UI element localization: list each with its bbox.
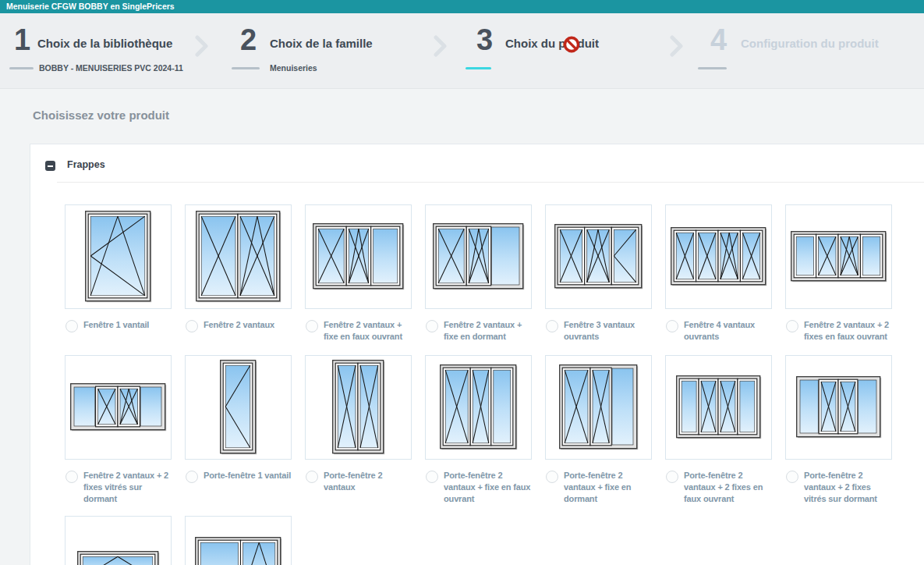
product-label[interactable]: Fenêtre 2 vantaux + 2 fixes vitrés sur d…	[83, 470, 172, 505]
product-label[interactable]: Fenêtre 2 vantaux + 2 fixes en faux ouvr…	[804, 319, 892, 343]
radio-button[interactable]	[65, 471, 78, 483]
window-illustration	[85, 211, 152, 303]
product-label[interactable]: Fenêtre 2 vantaux + fixe en dormant	[444, 319, 532, 343]
step-number: 1	[14, 24, 30, 55]
product-label[interactable]: Fenêtre 1 vantail	[83, 319, 172, 331]
no-drop-cursor-icon	[563, 36, 580, 53]
product-option: Porte-fenêtre 2 vantaux + fixe en faux o…	[425, 470, 532, 505]
step-title: Choix de la bibliothèque	[37, 37, 172, 50]
product-card[interactable]	[785, 204, 892, 309]
product-label[interactable]: Fenêtre 2 vantaux	[204, 319, 292, 331]
product-label[interactable]: Porte-fenêtre 2 vantaux + fixe en dorman…	[564, 470, 652, 505]
product-card[interactable]	[185, 355, 292, 460]
window-illustration	[77, 551, 160, 565]
radio-button[interactable]	[786, 320, 798, 332]
product-option: Fenêtre 4 vantaux ouvrants	[665, 319, 772, 343]
product-cell: Porte-fenêtre 2 vantaux + 2 fixes en fau…	[665, 355, 772, 505]
product-cell: Fenêtre 2 vantaux	[185, 204, 292, 343]
product-card[interactable]	[185, 516, 292, 565]
window-illustration	[796, 376, 882, 439]
window-illustration	[220, 360, 257, 455]
product-cell: Porte-fenêtre 2 vantaux + 2 fixes vitrés…	[785, 355, 892, 505]
product-card[interactable]	[665, 204, 772, 309]
product-label[interactable]: Fenêtre 4 vantaux ouvrants	[684, 319, 772, 343]
step-number: 2	[240, 24, 257, 55]
product-cell: Porte-fenêtre 2 vantaux + fixe en dorman…	[545, 355, 652, 505]
product-card[interactable]	[65, 355, 172, 460]
step-subtitle: BOBBY - MENUISERIES PVC 2024-11	[39, 63, 183, 73]
product-option: Fenêtre 2 vantaux	[185, 319, 292, 332]
product-option: Porte-fenêtre 2 vantaux + 2 fixes en fau…	[665, 470, 772, 505]
product-cell: Fenêtre 4 vantaux ouvrants	[665, 204, 772, 343]
window-illustration	[440, 364, 518, 450]
radio-button[interactable]	[546, 320, 558, 332]
product-row	[65, 516, 292, 565]
window-illustration	[70, 383, 167, 432]
product-option: Porte-fenêtre 1 vantail	[185, 470, 292, 483]
product-card[interactable]	[65, 516, 172, 565]
radio-button[interactable]	[546, 471, 558, 483]
step-title: Choix de la famille	[270, 37, 373, 50]
radio-button[interactable]	[306, 471, 318, 483]
step-number: 4	[710, 24, 727, 55]
step-number: 3	[476, 24, 493, 55]
wizard-step-3-active[interactable]: 3 Choix du produit	[464, 13, 696, 88]
radio-button[interactable]	[426, 320, 438, 332]
product-option: Fenêtre 2 vantaux + fixe en dormant	[425, 319, 532, 343]
step-progress-line	[9, 67, 34, 69]
product-card[interactable]	[185, 204, 292, 309]
product-label[interactable]: Porte-fenêtre 2 vantaux	[324, 470, 412, 493]
step-title: Choix du produit	[505, 37, 599, 50]
window-illustration	[791, 231, 887, 282]
window-illustration	[195, 537, 282, 565]
product-label[interactable]: Porte-fenêtre 2 vantaux + 2 fixes vitrés…	[804, 470, 892, 505]
radio-button[interactable]	[666, 320, 678, 332]
product-label[interactable]: Porte-fenêtre 1 vantail	[204, 470, 292, 481]
product-option: Porte-fenêtre 2 vantaux	[305, 470, 412, 493]
product-label[interactable]: Fenêtre 2 vantaux + fixe en faux ouvrant	[324, 319, 412, 343]
product-option: Porte-fenêtre 2 vantaux + fixe en dorman…	[545, 470, 652, 505]
chevron-right-icon	[670, 34, 684, 58]
product-cell: Porte-fenêtre 2 vantaux + fixe en faux o…	[425, 355, 532, 505]
window-illustration	[313, 223, 405, 290]
step-progress-line	[698, 67, 727, 69]
radio-button[interactable]	[65, 320, 78, 332]
product-row: Fenêtre 2 vantaux + 2 fixes vitrés sur d…	[65, 355, 892, 505]
product-card[interactable]	[665, 355, 772, 460]
step-active-line	[466, 67, 491, 69]
chevron-right-icon	[434, 34, 448, 58]
wizard-stepper: 1 Choix de la bibliothèque BOBBY - MENUI…	[0, 13, 924, 89]
product-card[interactable]	[425, 355, 532, 460]
app-title: Menuiserie CFGW BOBBY en SinglePricers	[6, 0, 175, 13]
page-title: Choisissez votre produit	[33, 108, 169, 122]
product-card[interactable]	[65, 204, 172, 309]
product-label[interactable]: Fenêtre 3 vantaux ouvrants	[564, 319, 652, 343]
collapse-minus-icon[interactable]	[45, 161, 55, 171]
product-card[interactable]	[305, 355, 412, 460]
product-option: Porte-fenêtre 2 vantaux + 2 fixes vitrés…	[785, 470, 892, 505]
radio-button[interactable]	[186, 320, 198, 332]
product-label[interactable]: Porte-fenêtre 2 vantaux + fixe en faux o…	[444, 470, 532, 505]
radio-button[interactable]	[186, 471, 198, 483]
product-cell	[185, 516, 292, 565]
product-cell: Fenêtre 2 vantaux + 2 fixes vitrés sur d…	[65, 355, 172, 505]
product-card[interactable]	[785, 355, 892, 460]
product-cell: Porte-fenêtre 2 vantaux	[305, 355, 412, 505]
product-card[interactable]	[545, 355, 652, 460]
radio-button[interactable]	[426, 471, 438, 483]
product-card[interactable]	[305, 204, 412, 309]
product-label[interactable]: Porte-fenêtre 2 vantaux + 2 fixes en fau…	[684, 470, 772, 505]
wizard-step-4-disabled: 4 Configuration du produit	[696, 13, 924, 88]
step-subtitle: Menuiseries	[270, 63, 317, 73]
window-illustration	[332, 360, 385, 455]
wizard-step-1[interactable]: 1 Choix de la bibliothèque BOBBY - MENUI…	[0, 13, 226, 88]
radio-button[interactable]	[306, 320, 318, 332]
step-title: Configuration du produit	[741, 37, 879, 50]
radio-button[interactable]	[786, 471, 798, 483]
wizard-step-2[interactable]: 2 Choix de la famille Menuiseries	[226, 13, 464, 88]
radio-button[interactable]	[666, 471, 678, 483]
product-card[interactable]	[425, 204, 532, 309]
product-card[interactable]	[545, 204, 652, 309]
product-option: Fenêtre 2 vantaux + fixe en faux ouvrant	[305, 319, 412, 343]
window-illustration	[676, 375, 762, 439]
